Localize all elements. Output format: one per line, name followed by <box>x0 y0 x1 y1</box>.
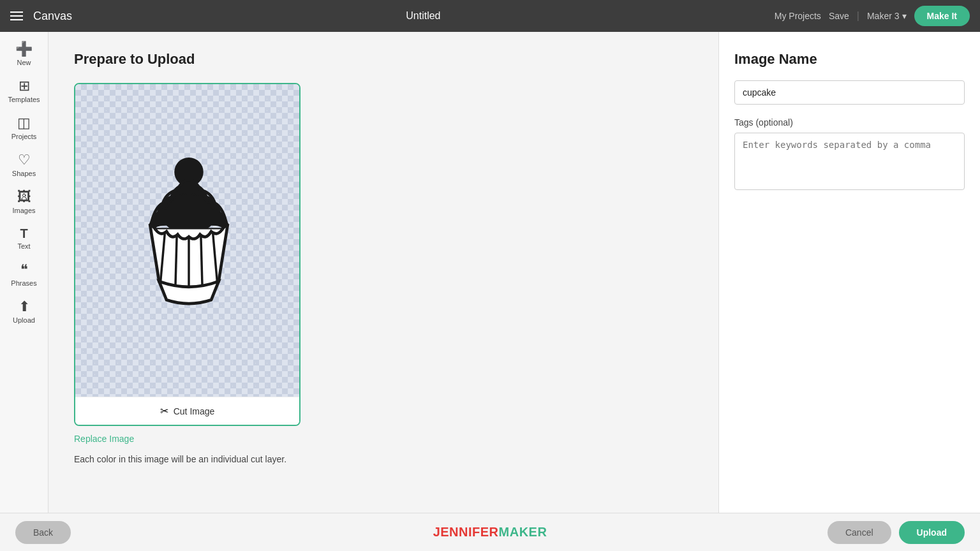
make-it-button[interactable]: Make It <box>914 6 970 26</box>
upload-button[interactable]: Upload <box>899 521 965 544</box>
image-description: Each color in this image will be an indi… <box>74 453 304 466</box>
cupcake-image <box>75 84 301 397</box>
main-layout: ➕ New ⊞ Templates ◫ Projects ♡ Shapes 🖼 … <box>0 32 980 513</box>
chevron-down-icon: ▾ <box>902 11 907 21</box>
image-card: ✂ Cut Image <box>74 83 301 426</box>
text-icon: T <box>20 227 27 240</box>
upload-icon: ⬆ <box>19 300 30 314</box>
cancel-button[interactable]: Cancel <box>828 521 891 544</box>
tags-input[interactable] <box>734 133 965 190</box>
shapes-icon: ♡ <box>18 153 31 167</box>
sidebar-item-label: Templates <box>8 96 40 103</box>
sidebar-item-label: Phrases <box>11 279 36 287</box>
page-title: Prepare to Upload <box>74 51 693 68</box>
sidebar-item-templates[interactable]: ⊞ Templates <box>0 74 48 108</box>
top-navigation: Canvas Untitled My Projects Save | Maker… <box>0 0 980 32</box>
nav-right-section: My Projects Save | Maker 3 ▾ Make It <box>775 6 970 26</box>
bottom-left: Back <box>15 521 71 544</box>
sidebar-item-label: Text <box>17 242 30 250</box>
my-projects-link[interactable]: My Projects <box>775 11 821 21</box>
sidebar-item-label: Upload <box>13 316 35 324</box>
save-link[interactable]: Save <box>829 11 849 21</box>
bottom-right: Cancel Upload <box>828 521 965 544</box>
image-card-footer: ✂ Cut Image <box>75 397 299 425</box>
sidebar-item-shapes[interactable]: ♡ Shapes <box>0 148 48 182</box>
sidebar-item-projects[interactable]: ◫ Projects <box>0 111 48 145</box>
sidebar-item-new[interactable]: ➕ New <box>0 37 48 71</box>
hamburger-menu[interactable] <box>10 11 23 20</box>
panel-title: Image Name <box>734 51 965 68</box>
svg-line-4 <box>200 231 202 285</box>
maker-text: MAKER <box>499 525 547 539</box>
sidebar-item-label: New <box>17 59 31 66</box>
image-name-input[interactable] <box>734 80 965 105</box>
phrases-icon: ❝ <box>20 263 28 277</box>
maker-label: Maker 3 <box>867 11 900 21</box>
maker-selector[interactable]: Maker 3 ▾ <box>867 11 907 21</box>
app-logo: Canvas <box>33 10 72 23</box>
projects-icon: ◫ <box>17 116 31 130</box>
sidebar-item-label: Projects <box>11 133 37 140</box>
image-preview <box>75 84 301 397</box>
svg-line-2 <box>175 231 177 285</box>
content-area: Prepare to Upload <box>48 32 718 513</box>
templates-icon: ⊞ <box>19 79 30 93</box>
bottom-center-logo: JENNIFERMAKER <box>433 525 547 540</box>
replace-image-link[interactable]: Replace Image <box>74 434 693 444</box>
sidebar-item-images[interactable]: 🖼 Images <box>0 185 48 219</box>
sidebar: ➕ New ⊞ Templates ◫ Projects ♡ Shapes 🖼 … <box>0 32 48 513</box>
images-icon: 🖼 <box>17 190 31 204</box>
sidebar-item-phrases[interactable]: ❝ Phrases <box>0 258 48 292</box>
image-name-group <box>734 80 965 105</box>
tags-label: Tags (optional) <box>734 117 965 128</box>
sidebar-item-label: Images <box>12 207 35 214</box>
tags-group: Tags (optional) <box>734 117 965 193</box>
sidebar-item-text[interactable]: T Text <box>0 222 48 255</box>
cut-image-label[interactable]: Cut Image <box>174 406 215 416</box>
document-title[interactable]: Untitled <box>82 10 764 22</box>
sidebar-item-label: Shapes <box>12 170 36 177</box>
nav-divider: | <box>857 10 859 22</box>
new-icon: ➕ <box>15 42 33 56</box>
back-button[interactable]: Back <box>15 521 71 544</box>
bottom-bar: Back JENNIFERMAKER Cancel Upload <box>0 513 980 551</box>
jennifer-maker-logo: JENNIFERMAKER <box>433 525 547 539</box>
sidebar-item-upload[interactable]: ⬆ Upload <box>0 295 48 329</box>
scissors-icon: ✂ <box>160 405 168 417</box>
jennifer-text: JENNIFER <box>433 525 499 539</box>
right-panel: Image Name Tags (optional) <box>718 32 980 513</box>
